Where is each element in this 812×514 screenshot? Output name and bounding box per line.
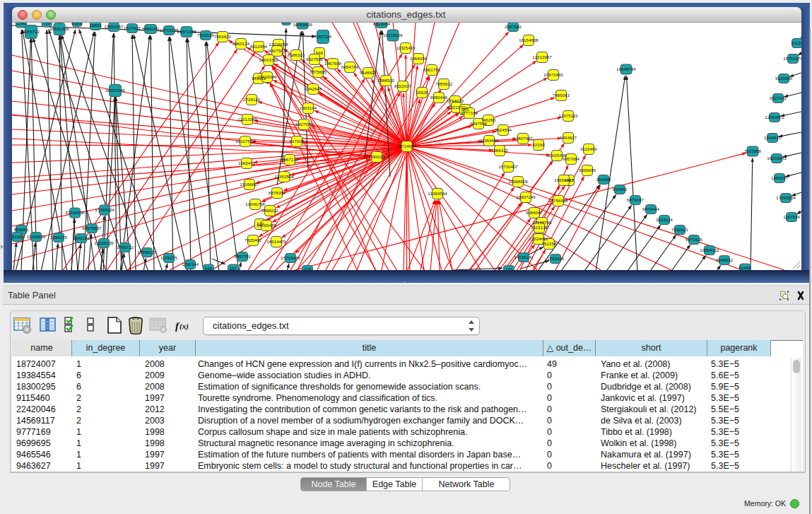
svg-text:16914479: 16914479: [266, 239, 286, 244]
svg-text:13524851: 13524851: [529, 236, 548, 241]
svg-text:2803144: 2803144: [300, 105, 317, 110]
svg-text:746266: 746266: [481, 117, 496, 122]
svg-text:8912954: 8912954: [250, 44, 268, 49]
svg-text:7357224: 7357224: [314, 34, 332, 39]
svg-text:10719185: 10719185: [159, 28, 179, 33]
svg-text:15716485: 15716485: [281, 255, 300, 260]
svg-text:20053346: 20053346: [105, 88, 125, 93]
svg-text:9245612: 9245612: [716, 257, 734, 262]
svg-text:855061: 855061: [14, 227, 29, 232]
svg-text:11124: 11124: [792, 40, 801, 45]
svg-text:9699695: 9699695: [579, 168, 596, 173]
svg-text:18724007: 18724007: [397, 144, 417, 148]
svg-text:1590023: 1590023: [368, 154, 386, 159]
svg-text:739: 739: [43, 23, 51, 25]
svg-text:118: 118: [304, 267, 311, 270]
svg-text:16053809: 16053809: [293, 23, 312, 27]
svg-text:19166827: 19166827: [240, 182, 259, 187]
svg-text:23420046: 23420046: [257, 74, 277, 79]
svg-text:9957884: 9957884: [563, 156, 580, 161]
svg-text:1795722: 1795722: [117, 245, 134, 250]
svg-text:7625402: 7625402: [245, 238, 262, 243]
svg-text:9463627: 9463627: [560, 135, 577, 140]
svg-text:8990448: 8990448: [430, 95, 448, 100]
svg-text:9242848: 9242848: [305, 86, 322, 91]
svg-text:1292344: 1292344: [182, 262, 199, 267]
svg-text:11325419: 11325419: [396, 45, 416, 50]
svg-text:10688609: 10688609: [508, 179, 528, 184]
svg-text:16154808: 16154808: [519, 37, 539, 42]
svg-text:9327508: 9327508: [306, 57, 324, 62]
svg-text:157: 157: [230, 266, 237, 270]
svg-text:11156829: 11156829: [27, 234, 46, 239]
svg-text:8355: 8355: [72, 23, 82, 25]
svg-text:15626: 15626: [416, 90, 428, 95]
svg-text:10973493: 10973493: [543, 72, 563, 77]
svg-text:8322037: 8322037: [394, 83, 412, 88]
svg-text:8186323: 8186323: [288, 52, 305, 57]
svg-text:12213967: 12213967: [532, 54, 552, 59]
svg-text:9146821: 9146821: [360, 70, 377, 75]
svg-text:16543382: 16543382: [259, 57, 278, 62]
svg-text:6466160: 6466160: [142, 26, 160, 31]
svg-text:14099489: 14099489: [257, 223, 276, 228]
svg-text:17359924: 17359924: [95, 207, 114, 212]
svg-text:3624554: 3624554: [495, 127, 512, 132]
svg-text:2933114: 2933114: [656, 217, 673, 222]
svg-text:9457791: 9457791: [234, 254, 252, 259]
svg-text:12975115: 12975115: [558, 113, 578, 118]
svg-text:8867130: 8867130: [281, 157, 299, 162]
svg-text:20206536: 20206536: [65, 210, 85, 215]
svg-text:7632621: 7632621: [671, 227, 689, 232]
svg-text:7515526: 7515526: [197, 33, 215, 37]
svg-text:173: 173: [505, 267, 513, 270]
svg-text:12353594: 12353594: [274, 174, 294, 179]
svg-text:2087682: 2087682: [505, 24, 522, 29]
svg-text:62160: 62160: [532, 142, 545, 147]
svg-text:92450: 92450: [739, 265, 751, 270]
svg-text:7663822: 7663822: [214, 34, 232, 39]
svg-text:20364436: 20364436: [479, 138, 499, 143]
svg-text:1527602: 1527602: [124, 25, 141, 30]
svg-text:12505135: 12505135: [94, 240, 114, 245]
svg-text:1864094: 1864094: [410, 56, 428, 61]
svg-text:16853: 16853: [89, 23, 102, 28]
svg-text:10054122: 10054122: [700, 247, 719, 252]
svg-text:7955812: 7955812: [435, 81, 453, 86]
svg-text:19756928: 19756928: [548, 198, 568, 203]
svg-text:9777169: 9777169: [461, 110, 478, 115]
svg-text:1588520: 1588520: [377, 78, 395, 83]
svg-text:7485063: 7485063: [553, 93, 570, 98]
svg-text:16671385: 16671385: [177, 29, 196, 34]
svg-text:10807487: 10807487: [513, 136, 533, 141]
svg-text:917006: 917006: [290, 139, 305, 144]
svg-text:1145194: 1145194: [73, 235, 90, 240]
svg-text:8454749: 8454749: [341, 64, 359, 69]
svg-text:8471626: 8471626: [686, 237, 703, 242]
svg-text:16210643: 16210643: [767, 156, 787, 160]
svg-text:10120746: 10120746: [532, 220, 552, 225]
svg-text:1369297: 1369297: [771, 175, 789, 180]
svg-text:3215958: 3215958: [744, 148, 762, 153]
svg-text:2718120: 2718120: [243, 97, 261, 102]
svg-text:7986322: 7986322: [491, 148, 509, 153]
svg-text:893892: 893892: [613, 187, 628, 192]
svg-text:8960124: 8960124: [233, 41, 250, 46]
svg-text:391594: 391594: [12, 234, 25, 239]
svg-text:9084067: 9084067: [526, 210, 543, 215]
svg-text:546: 546: [316, 50, 324, 55]
svg-text:19654923: 19654923: [554, 177, 574, 182]
svg-text:17016504: 17016504: [776, 195, 796, 200]
svg-text:(x): (x): [180, 322, 189, 331]
svg-text:188: 188: [283, 23, 290, 24]
svg-text:8878352: 8878352: [269, 190, 286, 195]
svg-text:90975867: 90975867: [82, 226, 102, 230]
svg-text:19218506: 19218506: [383, 33, 403, 37]
svg-text:12213389: 12213389: [237, 117, 257, 122]
svg-text:15751074: 15751074: [783, 56, 801, 61]
svg-text:2867608: 2867608: [324, 61, 342, 66]
svg-text:4055712: 4055712: [23, 29, 40, 34]
svg-text:10046788: 10046788: [245, 201, 265, 206]
svg-text:1733426: 1733426: [547, 256, 565, 261]
svg-text:13226058: 13226058: [269, 42, 288, 47]
